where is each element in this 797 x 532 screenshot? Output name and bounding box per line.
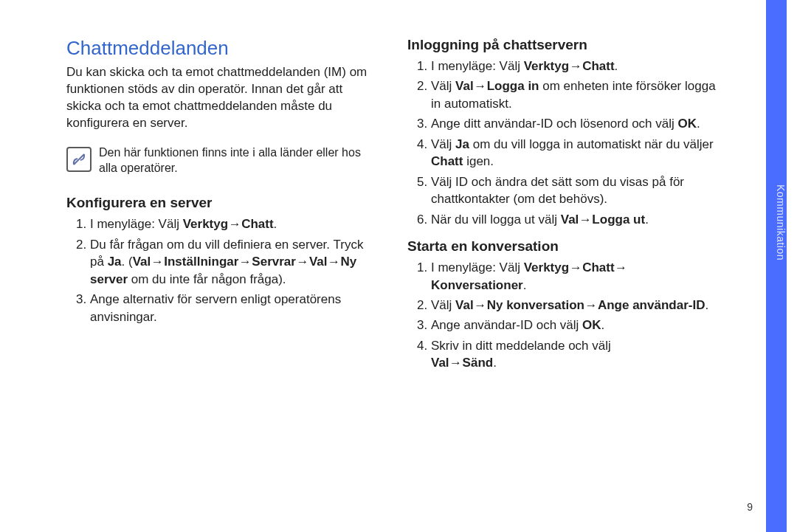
start-list: I menyläge: Välj Verktyg→Chatt→Konversat… [407,259,716,372]
list-item: I menyläge: Välj Verktyg→Chatt→Konversat… [431,259,716,294]
configure-list: I menyläge: Välj Verktyg→Chatt. Du får f… [66,215,375,325]
side-label: Kommunikation [766,184,787,260]
subheading-start: Starta en konversation [407,238,716,255]
list-item: Ange alternativ för servern enligt opera… [90,291,375,325]
list-item: Skriv in ditt meddelande och välj Val→Sä… [431,337,716,372]
section-title: Chattmeddelanden [66,37,375,60]
list-item: Ange användar-ID och välj OK. [431,317,716,334]
list-item: Välj ID och ändra det sätt som du visas … [431,173,716,208]
note-icon [66,147,92,172]
subheading-login: Inloggning på chattservern [407,37,716,53]
page-number: 9 [747,501,753,513]
note-text: Den här funktionen finns inte i alla län… [99,145,375,176]
list-item: När du vill logga ut välj Val→Logga ut. [431,211,716,228]
subheading-configure: Konfigurera en server [66,195,375,211]
side-tab [766,0,787,532]
login-list: I menyläge: Välj Verktyg→Chatt. Välj Val… [407,58,716,228]
right-column: Inloggning på chattservern I menyläge: V… [407,37,716,510]
list-item: Välj Val→Ny konversation→Ange användar-I… [431,297,716,314]
list-item: I menyläge: Välj Verktyg→Chatt. [431,58,716,75]
list-item: Ange ditt användar-ID och lösenord och v… [431,115,716,132]
intro-paragraph: Du kan skicka och ta emot chattmeddeland… [66,64,375,132]
note-box: Den här funktionen finns inte i alla län… [66,145,375,176]
list-item: I menyläge: Välj Verktyg→Chatt. [90,215,375,232]
list-item: Välj Ja om du vill logga in automatiskt … [431,136,716,170]
list-item: Du får frågan om du vill definiera en se… [90,236,375,288]
list-item: Välj Val→Logga in om enheten inte försök… [431,77,716,112]
left-column: Chattmeddelanden Du kan skicka och ta em… [66,37,375,510]
